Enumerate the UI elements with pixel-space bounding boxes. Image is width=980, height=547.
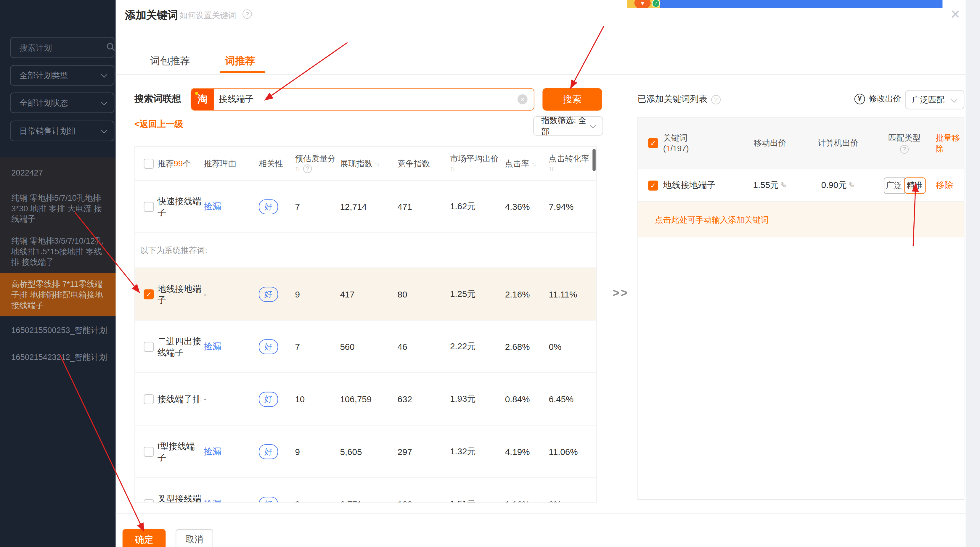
- confirm-button[interactable]: 确定: [123, 529, 166, 547]
- modify-bid-button[interactable]: ¥ 修改出价: [854, 93, 901, 105]
- quality-score: 7: [295, 342, 340, 351]
- click-rate: 2.68%: [505, 342, 549, 351]
- help-icon[interactable]: ?: [303, 164, 312, 173]
- row-checkbox[interactable]: [144, 394, 154, 404]
- match-option-exact[interactable]: 精准: [904, 177, 926, 193]
- row-checkbox[interactable]: [144, 202, 154, 211]
- taobao-logo-char: 淘: [197, 93, 208, 106]
- row-checkbox[interactable]: [144, 499, 154, 503]
- select-all-checkbox[interactable]: ✓: [648, 138, 658, 148]
- match-option-broad[interactable]: 广泛: [883, 177, 905, 193]
- quality-score: 7: [295, 202, 340, 211]
- click-rate: 2.16%: [505, 289, 549, 299]
- keyword-search-box: 淘 ✕: [191, 88, 535, 111]
- conversion-rate: 7.94%: [549, 202, 597, 211]
- row-checkbox[interactable]: ✓: [144, 289, 154, 299]
- help-icon[interactable]: ?: [242, 10, 252, 19]
- market-avg-price: 1.93元: [450, 393, 505, 405]
- notification-icon-area: ♥ ✓: [627, 0, 660, 8]
- relevance-cell: 好: [259, 339, 295, 354]
- sort-icon[interactable]: ↑↓: [374, 159, 379, 167]
- keyword-name: t型接线端子: [158, 440, 202, 463]
- batch-remove-button[interactable]: 批量移除: [935, 133, 964, 154]
- recommend-reason[interactable]: 捡漏: [202, 341, 259, 352]
- competition-index: 80: [398, 289, 450, 299]
- keyword-table-header: 推荐99个推荐理由相关性预估质量分↑↓?展现指数↑↓竞争指数市场平均出价↑↓点击…: [135, 147, 596, 181]
- conversion-rate: 0%: [549, 499, 597, 503]
- column-label: 点击率: [505, 158, 530, 168]
- search-button[interactable]: 搜索: [542, 88, 602, 111]
- sort-icon[interactable]: ↑↓: [295, 164, 299, 172]
- mobile-bid-value: 1.55元✎: [737, 180, 803, 191]
- keyword-name: 快速接线端子: [158, 196, 202, 218]
- column-header: 预估质量分↑↓?: [295, 154, 340, 173]
- plan-status-filter-label: 全部计划状态: [19, 97, 68, 108]
- sidebar-plan-item[interactable]: 2022427: [0, 157, 119, 187]
- added-keywords-header: ✓ 关键词 (1/197) 移动出价 计算机出价 匹配类型 ? 批量移除: [638, 118, 964, 169]
- row-checkbox-cell: [135, 394, 158, 404]
- notification-bar: [660, 0, 942, 8]
- keyword-search-input[interactable]: [219, 89, 506, 110]
- sidebar-plan-item[interactable]: 纯铜 零地排3/5/7/10/12孔 地线排1.5*15接地排 零线排 接线端子: [0, 230, 119, 273]
- select-all-checkbox[interactable]: [144, 158, 154, 169]
- sort-icon[interactable]: ↑↓: [531, 159, 536, 167]
- sidebar-plan-item[interactable]: 1650215423212_智能计划: [0, 343, 119, 370]
- sort-icon[interactable]: ↑↓: [549, 164, 553, 172]
- index-filter-dropdown[interactable]: 指数筛选: 全部: [533, 116, 603, 135]
- col-keyword: 关键词 (1/197): [663, 133, 737, 154]
- edit-pencil-icon[interactable]: ✎: [848, 180, 855, 190]
- competition-index: 471: [398, 202, 450, 211]
- plan-search-input[interactable]: [10, 37, 115, 58]
- help-icon[interactable]: ?: [900, 145, 909, 154]
- column-header: 推荐理由: [202, 158, 259, 169]
- column-header: 竞争指数: [398, 158, 450, 169]
- competition-index: 132: [398, 499, 450, 503]
- help-icon[interactable]: ?: [711, 95, 721, 104]
- manual-add-keyword-row[interactable]: 点击此处可手动输入添加关键词: [638, 202, 964, 237]
- scrollbar-thumb[interactable]: [592, 149, 596, 171]
- row-checkbox-cell: ✓: [135, 289, 158, 299]
- sort-icon[interactable]: ↑↓: [450, 164, 455, 172]
- plan-status-filter[interactable]: 全部计划状态: [10, 92, 115, 113]
- column-label: 市场平均出价: [450, 154, 505, 163]
- pc-bid-value: 0.90元✎: [803, 180, 873, 191]
- cancel-button[interactable]: 取消: [176, 529, 213, 547]
- plan-group-filter[interactable]: 日常销售计划组: [10, 121, 115, 141]
- sidebar-plan-item[interactable]: 1650215500253_智能计划: [0, 316, 119, 343]
- keyword-name: 二进四出接线端子: [158, 336, 202, 358]
- relevance-cell: 好: [259, 391, 295, 407]
- impression-index: 417: [340, 289, 397, 299]
- modify-bid-label: 修改出价: [869, 93, 901, 105]
- recommend-reason[interactable]: 捡漏: [202, 498, 259, 503]
- back-to-upper-link[interactable]: <返回上一级: [134, 119, 183, 130]
- tab-word-package[interactable]: 词包推荐: [150, 55, 190, 68]
- conversion-rate: 6.45%: [549, 394, 597, 404]
- recommend-reason[interactable]: 捡漏: [202, 446, 259, 457]
- tab-word-recommend[interactable]: 词推荐: [225, 55, 255, 68]
- row-checkbox[interactable]: [144, 446, 154, 456]
- added-keywords-title: 已添加关键词列表: [638, 94, 707, 105]
- sidebar-plan-item[interactable]: 高桥型零线排 7*11零线端子排 地排铜排配电箱接地接线端子: [0, 273, 119, 316]
- relevance-badge: 好: [259, 286, 278, 302]
- edit-pencil-icon[interactable]: ✎: [780, 180, 787, 190]
- col-match-type: 匹配类型 ?: [873, 133, 935, 154]
- market-avg-price: 1.62元: [450, 201, 505, 212]
- sidebar-plan-item[interactable]: 纯铜 零地排5/7/10孔地排3*30 地排 零排 大电流 接线端子: [0, 187, 119, 230]
- column-header: 市场平均出价↑↓: [450, 154, 505, 173]
- row-checkbox-cell: [135, 499, 158, 503]
- added-keywords-panel: ✓ 关键词 (1/197) 移动出价 计算机出价 匹配类型 ? 批量移除 ✓ 地…: [638, 117, 964, 500]
- match-type-dropdown[interactable]: 广泛匹配: [905, 90, 965, 109]
- clear-input-icon[interactable]: ✕: [517, 94, 528, 105]
- heart-hands-icon: ♥: [635, 0, 651, 8]
- remove-keyword-button[interactable]: 移除: [935, 180, 964, 191]
- click-rate: 4.19%: [505, 446, 549, 456]
- plan-type-filter[interactable]: 全部计划类型: [10, 65, 115, 86]
- recommend-reason: -: [202, 394, 259, 404]
- relevance-badge: 好: [259, 339, 278, 354]
- close-icon[interactable]: ✕: [950, 7, 961, 22]
- row-checkbox[interactable]: [144, 342, 154, 351]
- relevance-cell: 好: [259, 286, 295, 302]
- row-checkbox[interactable]: ✓: [648, 180, 658, 190]
- recommend-reason[interactable]: 捡漏: [202, 201, 259, 212]
- recommend-count: 99: [174, 158, 183, 168]
